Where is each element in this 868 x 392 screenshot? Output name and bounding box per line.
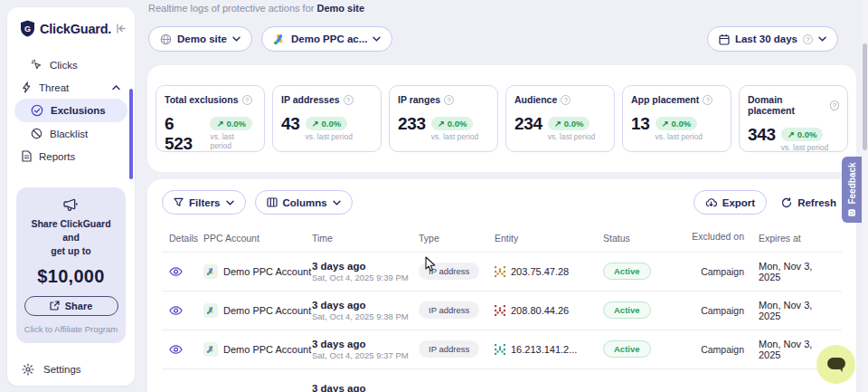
delta-badge: ↗0.0% <box>548 117 590 130</box>
time-relative: 3 days ago <box>312 261 419 272</box>
stat-value: 13 <box>631 114 650 134</box>
excluded-on-value: Campaign <box>681 305 744 316</box>
trend-up-icon: ↗ <box>554 119 561 129</box>
column-header-expires-at[interactable]: Expires at <box>744 233 835 244</box>
table-row: Demo PPC Account 3 days agoSat, Oct 4, 2… <box>162 252 842 291</box>
help-icon[interactable]: ? <box>242 95 252 105</box>
sidebar: G ClickGuard. Clicks Threat Excl <box>7 7 135 386</box>
expires-at-value: Mon, Nov 3, 2025 <box>744 300 835 321</box>
sidebar-item-clicks[interactable]: Clicks <box>14 53 127 76</box>
column-header-details[interactable]: Details <box>162 233 203 244</box>
help-icon[interactable]: ? <box>561 95 571 105</box>
calendar-icon <box>719 33 730 45</box>
google-ads-icon <box>203 264 218 279</box>
brand-name: ClickGuard. <box>40 22 111 36</box>
check-circle-icon <box>31 104 43 117</box>
feedback-tab[interactable]: Feedback <box>842 157 862 223</box>
type-badge: IP address <box>419 263 479 280</box>
ban-icon <box>31 128 42 139</box>
share-button[interactable]: Share <box>24 296 118 316</box>
sidebar-item-label: Blacklist <box>50 129 120 139</box>
sidebar-item-label: Reports <box>39 151 120 162</box>
sidebar-item-label: Clicks <box>50 60 120 71</box>
trend-up-icon: ↗ <box>216 119 223 129</box>
time-relative: 3 days ago <box>312 339 419 349</box>
share-button-label: Share <box>65 301 93 311</box>
column-header-status[interactable]: Status <box>592 233 681 244</box>
help-icon[interactable]: ? <box>830 100 839 110</box>
sidebar-item-exclusions[interactable]: Exclusions <box>14 99 127 122</box>
affiliate-promo-card[interactable]: Share ClickGuard and get up to $10,000 S… <box>16 187 126 343</box>
page-scrollbar-thumb[interactable] <box>863 43 867 150</box>
stat-card-domain-placement: Domain placement? 343 ↗0.0% vs. last per… <box>739 85 848 152</box>
exclusion-log-panel: Filters Columns Export Refresh <box>147 179 856 392</box>
stat-card-ip-ranges: IP ranges? 233 ↗0.0% vs. last period <box>389 85 498 152</box>
affiliate-program-link[interactable]: Click to Affiliate Program <box>24 324 118 334</box>
view-details-button[interactable] <box>167 264 184 279</box>
refresh-button[interactable]: Refresh <box>776 197 842 208</box>
date-range-dropdown[interactable]: Last 30 days ? <box>707 26 838 52</box>
help-icon[interactable]: ? <box>444 95 454 105</box>
ppc-account-filter-dropdown[interactable]: Demo PPC ac... <box>261 26 392 52</box>
columns-dropdown[interactable]: Columns <box>255 190 353 215</box>
sidebar-item-reports[interactable]: Reports <box>14 145 127 167</box>
time-relative: 3 days ago <box>312 300 419 311</box>
column-header-entity[interactable]: Entity <box>495 233 592 244</box>
collapse-sidebar-icon[interactable] <box>116 24 127 33</box>
delta-badge: ↗0.0% <box>431 117 474 130</box>
compare-label: vs. last period <box>656 132 703 141</box>
help-icon[interactable]: ? <box>344 95 354 105</box>
chat-widget-button[interactable] <box>816 345 855 384</box>
columns-icon <box>267 197 278 207</box>
compare-label: vs. last period <box>548 132 595 141</box>
stat-label: Total exclusions <box>165 94 239 105</box>
sidebar-item-blacklist[interactable]: Blacklist <box>14 122 127 145</box>
sidebar-nav: Clicks Threat Exclusions Blacklist <box>14 53 127 167</box>
table-row: 3 days ago <box>162 368 842 392</box>
sidebar-item-threat[interactable]: Threat <box>14 76 127 99</box>
ppc-filter-value: Demo PPC ac... <box>291 33 367 44</box>
promo-text: Share ClickGuard and get up to <box>24 217 118 259</box>
click-icon <box>31 59 42 71</box>
table-row: Demo PPC Account 3 days agoSat, Oct 4, 2… <box>162 330 842 368</box>
delta-badge: ↗0.0% <box>781 128 824 141</box>
column-header-time[interactable]: Time <box>312 233 419 244</box>
table-header-row: Details PPC Account Time Type Entity Sta… <box>162 231 842 252</box>
page-scrollbar[interactable] <box>862 0 868 392</box>
column-header-excluded-on[interactable]: Excluded on <box>681 231 744 244</box>
view-details-button[interactable] <box>167 342 184 357</box>
external-link-icon <box>50 301 60 311</box>
delta-badge: ↗0.0% <box>210 117 252 130</box>
export-label: Export <box>722 197 755 208</box>
chat-bubble-icon <box>826 357 846 373</box>
sidebar-item-label: Exclusions <box>51 105 120 116</box>
sidebar-item-settings[interactable]: Settings <box>14 358 127 381</box>
logo-row: G ClickGuard. <box>14 20 127 41</box>
view-details-button[interactable] <box>167 303 184 318</box>
help-icon[interactable]: ? <box>703 95 712 105</box>
stat-value: 343 <box>748 125 776 145</box>
trend-up-icon: ↗ <box>312 119 319 129</box>
stat-value: 234 <box>514 114 542 134</box>
entity-value: 16.213.141.2... <box>511 344 577 355</box>
google-ads-icon <box>203 342 218 357</box>
chevron-down-icon <box>373 36 381 42</box>
sidebar-scrollbar-thumb[interactable] <box>129 89 133 179</box>
export-button[interactable]: Export <box>693 190 767 215</box>
help-icon: ? <box>803 34 813 44</box>
ppc-account-name: Demo PPC Account <box>223 266 311 277</box>
column-header-type[interactable]: Type <box>419 233 495 244</box>
trend-up-icon: ↗ <box>438 119 445 129</box>
ip-identicon <box>495 266 505 277</box>
time-absolute: Sat, Oct 4, 2025 9:37 PM <box>312 350 419 360</box>
stat-label: IP ranges <box>398 94 440 105</box>
feedback-label: Feedback <box>847 162 857 204</box>
type-badge: IP address <box>419 301 479 319</box>
time-absolute: Sat, Oct 4, 2025 9:39 PM <box>312 272 419 282</box>
google-ads-icon <box>273 33 286 45</box>
chevron-up-icon <box>112 85 120 91</box>
chevron-down-icon <box>226 200 234 206</box>
site-filter-dropdown[interactable]: Demo site <box>148 26 252 52</box>
filters-dropdown[interactable]: Filters <box>162 190 246 215</box>
column-header-ppc-account[interactable]: PPC Account <box>203 233 312 244</box>
